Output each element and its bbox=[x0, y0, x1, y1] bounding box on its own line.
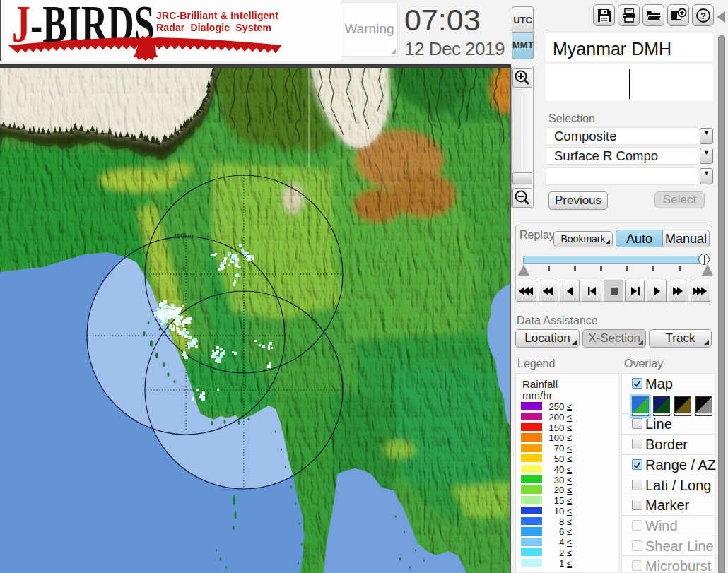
svg-text:450km: 450km bbox=[173, 232, 194, 240]
